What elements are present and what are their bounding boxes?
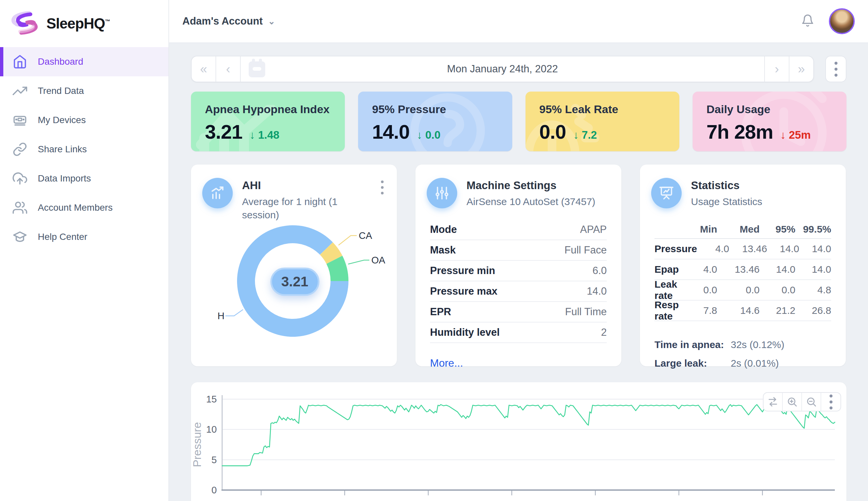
svg-text:12:00 AM: 12:00 AM (323, 499, 366, 501)
trend-icon (13, 84, 27, 98)
chart-zoom-out-button[interactable] (802, 393, 821, 411)
stat-title: 95% Pressure (372, 103, 512, 116)
sidebar-item-my-devices[interactable]: My Devices (0, 106, 168, 135)
machine-settings-card: Machine Settings AirSense 10 AutoSet (37… (415, 164, 621, 366)
current-date-label[interactable]: Mon January 24th, 2022 (241, 63, 764, 75)
main-content: « ‹ Mon January 24th, 2022 › » Apnea Hyp… (169, 43, 868, 501)
stat-cards-row: Apnea Hypopnea Index 3.21 ↓ 1.48 95% Pre… (191, 92, 846, 151)
sidebar-item-data-imports[interactable]: Data Imports (0, 164, 168, 193)
stat-card-pressure[interactable]: 95% Pressure 14.0 ↓ 0.0 (358, 92, 512, 151)
sidebar-item-label: Data Imports (38, 173, 91, 184)
link-icon (13, 142, 27, 157)
sidebar-item-trend-data[interactable]: Trend Data (0, 76, 168, 106)
topbar: Adam's Account ⌄ (169, 0, 868, 43)
chart-menu-button[interactable] (821, 393, 840, 411)
time-in-apnea-label: Time in apnea: (655, 339, 731, 350)
sidebar-item-dashboard[interactable]: Dashboard (0, 47, 168, 76)
svg-text:11:00 PM: 11:00 PM (240, 499, 282, 501)
ca-leader-line (339, 236, 357, 245)
next-day-button[interactable]: › (764, 56, 789, 82)
statistics-icon (651, 178, 682, 209)
table-row: MaskFull Face (430, 240, 607, 261)
svg-text:03:00 AM: 03:00 AM (574, 499, 616, 501)
stat-value: 7h 28m (706, 120, 773, 143)
svg-text:01:00 AM: 01:00 AM (407, 499, 449, 501)
stat-title: Daily Usage (706, 103, 846, 116)
table-row: Humidity level2 (430, 322, 607, 343)
ahi-card: AHI Average for 1 night (1 session) CA O… (191, 164, 397, 366)
table-row: EPRFull Time (430, 302, 607, 322)
arrow-down-icon: ↓ (573, 129, 579, 141)
sidebar-item-label: My Devices (38, 115, 86, 125)
stat-delta: ↓ 25m (780, 129, 811, 141)
stat-card-ahi[interactable]: Apnea Hypopnea Index 3.21 ↓ 1.48 (191, 92, 345, 151)
svg-text:5: 5 (211, 455, 217, 465)
machine-settings-icon (427, 178, 457, 209)
app-logo[interactable]: SleepHQ™ (0, 0, 168, 47)
stat-delta: ↓ 7.2 (573, 129, 597, 141)
statistics-card-subtitle: Usage Statistics (691, 195, 762, 209)
table-row: Leak rate 0.00.00.04.8 (655, 280, 831, 301)
statistics-card: Statistics Usage Statistics Min Med 95% … (640, 164, 846, 366)
stat-title: Apnea Hypopnea Index (205, 103, 345, 116)
machine-settings-table: ModeAPAP MaskFull Face Pressure min6.0 P… (430, 220, 607, 343)
ca-slice-label: CA (359, 230, 372, 241)
h-slice-label: H (218, 311, 224, 321)
account-switcher[interactable]: Adam's Account ⌄ (182, 15, 275, 27)
sidebar-item-help-center[interactable]: Help Center (0, 222, 168, 252)
chart-pan-button[interactable] (763, 393, 783, 411)
stat-value: 0.0 (539, 120, 566, 143)
user-avatar[interactable] (829, 8, 855, 34)
next-month-button[interactable]: » (789, 56, 813, 82)
users-icon (13, 200, 27, 215)
time-in-apnea-value: 32s (0.12%) (731, 339, 784, 350)
pressure-line-chart[interactable]: 05101511:00 PM12:00 AM01:00 AM02:00 AM03… (191, 382, 846, 501)
usage-statistics-table: Min Med 95% 99.5% Pressure 4.013.4614.01… (655, 220, 831, 321)
sidebar-item-label: Share Links (38, 144, 87, 154)
chart-toolbar (763, 392, 841, 412)
notifications-bell-icon[interactable] (801, 14, 814, 29)
sidebar-item-label: Trend Data (38, 86, 84, 96)
oa-slice-label: OA (371, 255, 386, 265)
stat-card-daily-usage[interactable]: Daily Usage 7h 28m ↓ 25m (693, 92, 846, 151)
svg-text:05:00 AM: 05:00 AM (741, 499, 783, 501)
prev-month-button[interactable]: « (191, 56, 216, 82)
logo-tm: ™ (105, 19, 110, 24)
oa-leader-line (348, 260, 369, 264)
arrow-down-icon: ↓ (780, 129, 786, 141)
svg-text:0: 0 (211, 485, 217, 495)
kebab-icon (835, 62, 837, 77)
table-row: Pressure min6.0 (430, 261, 607, 281)
svg-text:10: 10 (206, 424, 217, 435)
statistics-footer: Time in apnea:32s (0.12%) Large leak:2s … (655, 339, 831, 369)
pressure-chart-card: 05101511:00 PM12:00 AM01:00 AM02:00 AM03… (191, 382, 846, 501)
upload-cloud-icon (13, 171, 27, 186)
home-icon (13, 54, 27, 69)
devices-icon (13, 113, 27, 127)
date-navigation: « ‹ Mon January 24th, 2022 › » (191, 56, 846, 82)
sidebar-item-account-members[interactable]: Account Members (0, 193, 168, 222)
sidebar-item-share-links[interactable]: Share Links (0, 135, 168, 164)
sidebar-item-label: Account Members (38, 202, 113, 213)
table-row: Resp rate 7.814.621.226.8 (655, 301, 831, 321)
chart-zoom-in-button[interactable] (783, 393, 802, 411)
svg-text:15: 15 (206, 394, 217, 404)
stat-delta: ↓ 0.0 (417, 129, 441, 141)
table-header-row: Min Med 95% 99.5% (655, 220, 831, 239)
more-settings-link[interactable]: More... (430, 357, 607, 369)
stat-title: 95% Leak Rate (539, 103, 679, 116)
logo-text: SleepHQ™ (46, 15, 110, 32)
svg-text:04:00 AM: 04:00 AM (658, 499, 700, 501)
sleephq-logo-icon (10, 11, 41, 36)
stat-value: 3.21 (205, 120, 242, 143)
kebab-icon (829, 394, 833, 409)
svg-text:Pressure: Pressure (191, 422, 203, 467)
date-nav-group: « ‹ Mon January 24th, 2022 › » (191, 56, 814, 82)
date-options-menu-button[interactable] (825, 56, 846, 82)
table-row: Pressure max14.0 (430, 281, 607, 302)
stat-card-leak-rate[interactable]: 95% Leak Rate 0.0 ↓ 7.2 (526, 92, 679, 151)
sidebar-item-label: Dashboard (38, 56, 83, 67)
prev-day-button[interactable]: ‹ (216, 56, 241, 82)
sidebar: SleepHQ™ Dashboard Trend Data My Devices… (0, 0, 169, 501)
table-row: Pressure 4.013.4614.014.0 (655, 239, 831, 259)
